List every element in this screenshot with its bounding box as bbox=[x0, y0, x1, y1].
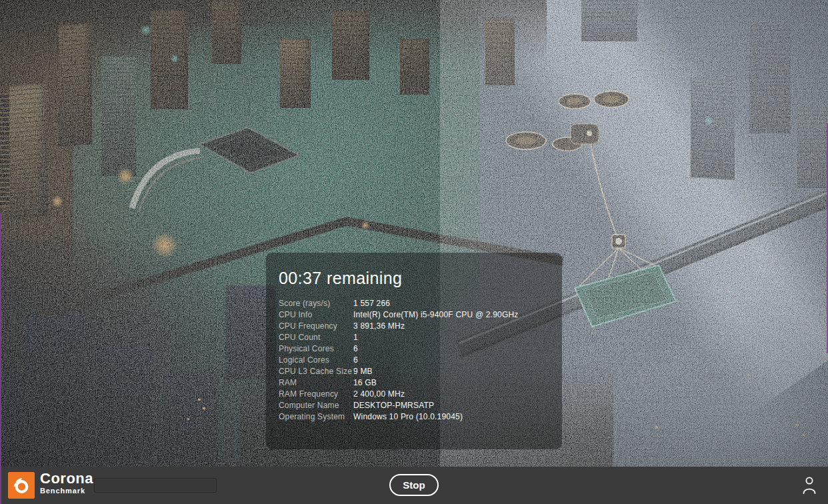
stat-row: CPU InfoIntel(R) Core(TM) i5-9400F CPU @… bbox=[279, 309, 562, 321]
stat-label: Computer Name bbox=[279, 400, 353, 411]
stat-value: 6 bbox=[353, 355, 358, 365]
stat-label: CPU Frequency bbox=[279, 321, 353, 332]
stat-label: Score (rays/s) bbox=[279, 298, 353, 309]
corona-logo bbox=[8, 472, 35, 499]
stat-value: 3 891,36 MHz bbox=[353, 321, 405, 331]
time-remaining: 00:37 remaining bbox=[279, 269, 562, 288]
benchmark-status-panel: 00:37 remaining Score (rays/s)1 557 266C… bbox=[266, 253, 562, 449]
stat-row: CPU Frequency3 891,36 MHz bbox=[279, 321, 562, 332]
stat-label: Logical Cores bbox=[279, 355, 353, 366]
stat-row: CPU Count1 bbox=[279, 332, 562, 343]
stat-row: Computer NameDESKTOP-PMRSATP bbox=[279, 400, 562, 411]
stat-row: Score (rays/s)1 557 266 bbox=[279, 298, 562, 309]
stat-row: RAM16 GB bbox=[279, 377, 562, 389]
stat-row: RAM Frequency2 400,00 MHz bbox=[279, 389, 562, 400]
stat-label: Physical Cores bbox=[279, 343, 353, 355]
stat-value: 16 GB bbox=[353, 378, 377, 387]
stat-row: Physical Cores6 bbox=[279, 343, 562, 355]
stats-table: Score (rays/s)1 557 266CPU InfoIntel(R) … bbox=[279, 298, 562, 423]
stat-value: 1 557 266 bbox=[353, 299, 390, 308]
stat-row: Logical Cores6 bbox=[279, 355, 562, 366]
stat-value: 1 bbox=[353, 333, 358, 342]
stat-value: Windows 10 Pro (10.0.19045) bbox=[353, 412, 463, 421]
corona-flame-icon bbox=[12, 476, 31, 495]
stat-label: RAM Frequency bbox=[279, 389, 353, 400]
stat-label: CPU Count bbox=[279, 332, 353, 343]
stat-value: Intel(R) Core(TM) i5-9400F CPU @ 2.90GHz bbox=[353, 310, 519, 319]
footer-text-input[interactable] bbox=[94, 478, 217, 493]
brand-subtitle: Benchmark bbox=[40, 487, 93, 495]
window-edge-left bbox=[0, 213, 1, 504]
stat-value: 9 MB bbox=[353, 367, 373, 376]
user-icon bbox=[801, 475, 818, 495]
brand-name: Corona bbox=[40, 471, 93, 486]
stat-value: 6 bbox=[353, 344, 358, 353]
user-account-button[interactable] bbox=[799, 475, 819, 496]
stop-button[interactable]: Stop bbox=[389, 474, 439, 496]
stat-value: 2 400,00 MHz bbox=[353, 389, 405, 399]
stat-value: DESKTOP-PMRSATP bbox=[353, 401, 434, 410]
stat-label: CPU L3 Cache Size bbox=[279, 366, 353, 377]
stat-row: CPU L3 Cache Size9 MB bbox=[279, 366, 562, 377]
stat-row: Operating SystemWindows 10 Pro (10.0.190… bbox=[279, 411, 562, 423]
stat-label: RAM bbox=[279, 377, 353, 389]
stat-label: Operating System bbox=[279, 411, 353, 423]
corona-benchmark-window: 00:37 remaining Score (rays/s)1 557 266C… bbox=[0, 0, 828, 504]
brand-wordmark: Corona Benchmark bbox=[40, 471, 93, 495]
stat-label: CPU Info bbox=[279, 309, 353, 321]
